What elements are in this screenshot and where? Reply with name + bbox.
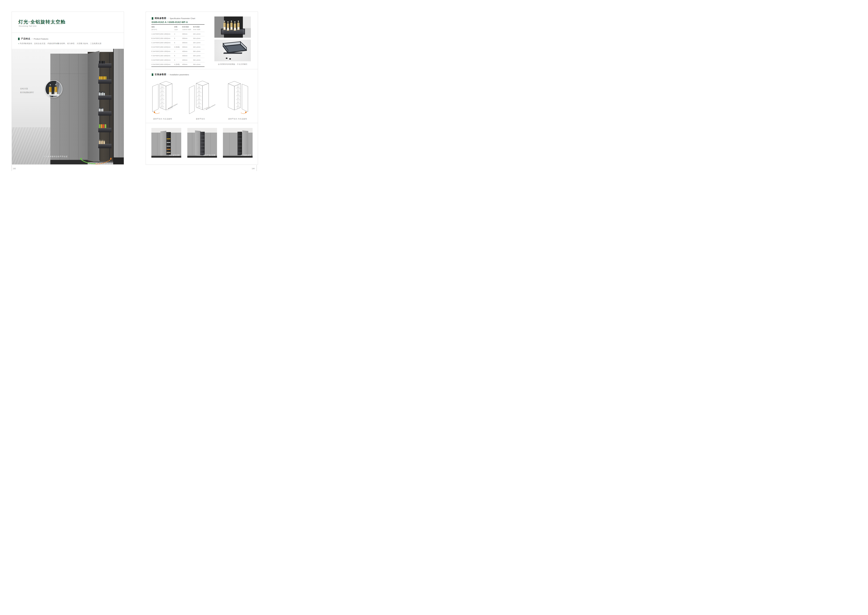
spec-heading-zh: 规格参数图 — [155, 17, 167, 20]
spec-row: C:244*505*(1650-1950)mm6300mm264 ±2mm — [151, 41, 205, 45]
page-title: 灯光·全铝旋转太空舱 — [19, 19, 66, 25]
spec-photo-caption: 全内部棒卯结构玻璃篮 · 不见任何螺丝 — [211, 63, 254, 66]
bottle-brand-label: Corona Extra — [49, 92, 52, 94]
spec-heading-en: Specification Parameter Chart — [170, 17, 195, 19]
install-heading-en: Installation parameters — [170, 73, 189, 76]
page-number-right: 144 — [252, 168, 254, 170]
spec-row: E:344*505*(1050-1350)mm4400mm364 ±2mm — [151, 49, 205, 54]
annotation-line1: 全铝支架 — [20, 87, 34, 91]
hero-product-photo: Corona Extra Corona Extra 全铝支架 前后氛围硅胶灯 灯… — [12, 49, 124, 164]
features-heading-zh: 产品特点 — [21, 37, 30, 40]
result-caption: 篮体平拉出效果 — [203, 154, 215, 156]
feature-bullet-text: 内含8轴承旋转、全铝合金支架、内嵌硅胶灯条 — [20, 42, 59, 45]
spec-row: F:344*505*(1350-1650)mm5400mm364 ±2mm — [151, 54, 205, 58]
features-section-header: 产品特点 / Product Features — [18, 37, 48, 40]
spec-table: 规格(W*D*H) 层数Layer 柜体宽度Cabinet width 柜内宽度… — [151, 24, 205, 67]
page-number-left: 143 — [13, 168, 16, 170]
install-diagram-pullout: 柜内深度 ≥520mm — [186, 79, 215, 116]
beer-bottle: Corona Extra — [49, 87, 52, 95]
result-photo-pullout: 篮体平拉出效果 — [187, 128, 217, 158]
hero-bottom-annotation: 灯光轴承旋转全铝平开拉篮 — [44, 155, 68, 158]
spec-photo-basket-closeup — [214, 17, 251, 37]
result-photo-rotate-left: 向左旋转效果 — [151, 128, 181, 158]
bullet-dot-icon — [18, 44, 19, 44]
pullout-tower — [98, 53, 111, 160]
result-caption: 向右旋转效果 — [241, 154, 251, 156]
install-heading-sep: / — [168, 73, 169, 76]
catalog-page-right: 规格参数图 / Specification Parameter Chart GS… — [146, 12, 258, 165]
spec-section-header: 规格参数图 / Specification Parameter Chart — [152, 17, 195, 20]
result-caption: 向左旋转效果 — [169, 154, 180, 156]
features-heading-en: Product Features — [34, 38, 48, 40]
install-diagram-rotate-right — [223, 79, 253, 116]
diagram-caption: 篮体平拉出 向右边旋转 — [223, 118, 253, 120]
rotate-direction-arrows-icon — [77, 158, 116, 164]
install-section-header: 安装参数图 / Installation parameters — [152, 73, 189, 76]
bullet-dot-icon — [56, 44, 56, 44]
section-marker — [18, 37, 20, 40]
spec-row: G:344*505*(1650-1950)mm6400mm364 ±2mm — [151, 58, 205, 62]
section-divider — [146, 69, 258, 69]
features-heading-sep: / — [32, 38, 32, 40]
feature-bullet: 联动结构、省力静音、大容量大收纳、二边氛围光源 — [56, 42, 101, 45]
cabinet-left-block — [50, 54, 87, 164]
spec-table-header-row: 规格(W*D*H) 层数Layer 柜体宽度Cabinet width 柜内宽度… — [151, 25, 205, 32]
install-heading-zh: 安装参数图 — [155, 73, 167, 76]
cabinet-right-wall — [113, 49, 124, 164]
result-photo-rotate-right: 向右旋转效果 — [223, 128, 253, 158]
glass-shelf — [47, 94, 59, 96]
spec-row: D:244*505*(1950-2200)mm6 (加高)300mm264 ±2… — [151, 45, 205, 49]
spec-photo-glass-basket — [214, 40, 251, 61]
title-divider — [12, 33, 124, 33]
beer-bottle: Corona Extra — [55, 87, 57, 95]
feature-bullet: 内含8轴承旋转、全铝合金支架、内嵌硅胶灯条 — [18, 42, 59, 45]
install-diagram-rotate-left: 柜内深度 ≥520mm — [148, 79, 177, 116]
catalog-page-left: 灯光·全铝旋转太空舱 Revolving Tall Unit 产品特点 / Pr… — [12, 12, 124, 165]
model-number: GS05-01XZ·A / GS05-01XZ-WP·A — [151, 21, 188, 23]
diagram-caption: 篮体平拉出 向左边旋转 — [148, 118, 177, 120]
spec-row: A:244*505*(1050-1350)mm4300mm264 ±2mm — [151, 32, 205, 36]
page-subtitle: Revolving Tall Unit — [19, 25, 36, 27]
spec-row: H:344*505*(1950-2200)mm6 (加高)400mm364 ±2… — [151, 62, 205, 67]
cabinet-open-door — [87, 51, 100, 163]
annotation-line2: 前后氛围硅胶灯 — [20, 91, 34, 94]
detail-callout-circle: Corona Extra Corona Extra — [45, 80, 62, 98]
bottle-brand-label: Corona Extra — [55, 92, 57, 94]
spec-heading-sep: / — [168, 17, 169, 19]
feature-bullet-text: 联动结构、省力静音、大容量大收纳、二边氛围光源 — [58, 42, 101, 45]
spec-row: B:244*505*(1350-1650)mm5300mm264 ±2mm — [151, 36, 205, 41]
diagram-caption: 篮体平拉出 — [186, 118, 215, 120]
section-marker — [152, 17, 153, 20]
section-marker — [152, 73, 153, 76]
hero-annotation: 全铝支架 前后氛围硅胶灯 — [20, 87, 34, 94]
